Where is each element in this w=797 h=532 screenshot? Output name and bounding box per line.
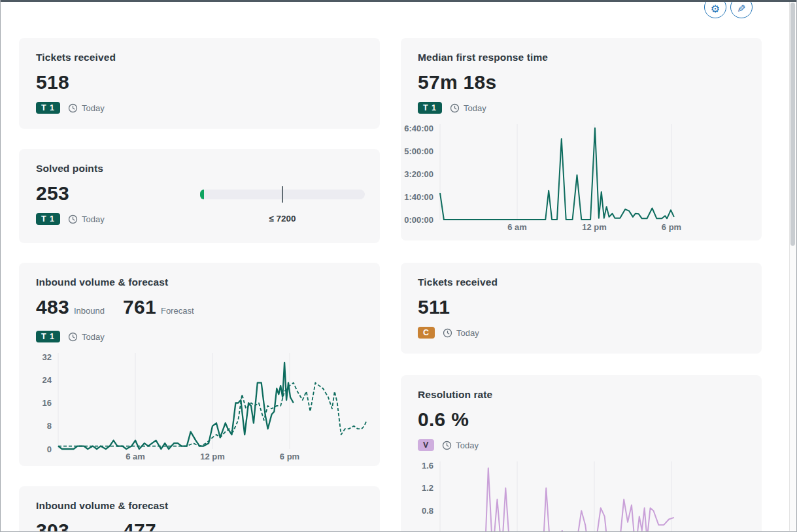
period-label: Today bbox=[464, 103, 486, 113]
dataset-badge-c: C bbox=[418, 327, 435, 339]
period-label: Today bbox=[82, 103, 105, 113]
gear-icon: ⚙ bbox=[711, 4, 720, 18]
dataset-badge-t1: T 1 bbox=[36, 331, 60, 342]
svg-text:0:00:00: 0:00:00 bbox=[404, 215, 433, 225]
period-label: Today bbox=[456, 441, 479, 450]
card-title: Resolution rate bbox=[418, 388, 745, 401]
metric-value-forecast: 477 bbox=[123, 519, 156, 532]
vertical-scrollbar[interactable] bbox=[789, 2, 796, 531]
threshold-gauge: ≤ 7200 bbox=[200, 190, 365, 224]
svg-text:1:40:00: 1:40:00 bbox=[404, 192, 433, 202]
card-title: Inbound volume & forecast bbox=[36, 499, 363, 512]
edit-button[interactable]: ✎ bbox=[730, 0, 753, 18]
svg-text:6 am: 6 am bbox=[507, 222, 527, 232]
card-title: Median first response time bbox=[418, 51, 745, 64]
metric-label-forecast: Forecast bbox=[161, 523, 194, 532]
svg-text:24: 24 bbox=[42, 375, 52, 385]
period-label: Today bbox=[82, 332, 105, 342]
metric-value: 0.6 % bbox=[418, 408, 469, 431]
dataset-badge-t1: T 1 bbox=[36, 102, 60, 114]
resolution-rate-chart: 1.61.20.8 bbox=[402, 459, 753, 532]
card-tickets-received-t1: Tickets received 518 T 1 Today bbox=[19, 38, 380, 129]
dataset-badge-t1: T 1 bbox=[36, 213, 60, 225]
svg-text:0: 0 bbox=[47, 444, 52, 454]
svg-text:6 am: 6 am bbox=[126, 452, 145, 461]
card-solved-points: Solved points 253 T 1 Today ≤ 7200 bbox=[19, 149, 380, 243]
inbound-forecast-chart: 322416806 am12 pm6 pm bbox=[36, 350, 371, 464]
median-response-time-chart: 6:40:005:00:003:20:001:40:000:00:006 am1… bbox=[402, 122, 753, 234]
metric-value-forecast: 761 bbox=[123, 295, 156, 319]
metric-label-inbound: Inbound bbox=[74, 299, 105, 323]
clock-icon bbox=[450, 103, 460, 113]
dataset-badge-t1: T 1 bbox=[418, 102, 442, 114]
svg-text:3:20:00: 3:20:00 bbox=[404, 169, 433, 179]
settings-button[interactable]: ⚙ bbox=[704, 0, 726, 18]
card-title: Inbound volume & forecast bbox=[36, 276, 363, 289]
card-median-first-response-time: Median first response time 57m 18s T 1 T… bbox=[401, 38, 762, 241]
dataset-badge-v: V bbox=[418, 439, 434, 451]
clock-icon bbox=[442, 441, 452, 450]
svg-text:12 pm: 12 pm bbox=[200, 452, 225, 461]
svg-text:1.2: 1.2 bbox=[422, 483, 433, 493]
card-inbound-volume-forecast-2: Inbound volume & forecast 303 Inbound 47… bbox=[19, 486, 380, 532]
metric-label-forecast: Forecast bbox=[161, 299, 194, 323]
metric-value-inbound: 483 bbox=[36, 295, 69, 319]
card-resolution-rate: Resolution rate 0.6 % V Today 1.61.20.8 bbox=[401, 375, 762, 532]
metric-value-inbound: 303 bbox=[36, 519, 69, 532]
window-top-border bbox=[1, 0, 796, 2]
clock-icon bbox=[68, 214, 78, 224]
svg-text:1.6: 1.6 bbox=[422, 461, 433, 471]
gauge-fill bbox=[200, 190, 204, 199]
period-label: Today bbox=[82, 214, 105, 224]
clock-icon bbox=[68, 103, 78, 113]
card-title: Solved points bbox=[36, 162, 363, 175]
gauge-threshold-label: ≤ 7200 bbox=[200, 214, 365, 224]
metric-label-inbound: Inbound bbox=[74, 523, 105, 532]
gauge-track bbox=[200, 190, 365, 199]
left-column: Tickets received 518 T 1 Today Solved po… bbox=[19, 38, 380, 532]
svg-text:32: 32 bbox=[42, 352, 52, 362]
card-tickets-received-c: Tickets received 511 C Today bbox=[401, 263, 762, 354]
svg-text:6 pm: 6 pm bbox=[662, 222, 681, 232]
metric-value: 511 bbox=[418, 295, 450, 319]
svg-text:0.8: 0.8 bbox=[422, 506, 433, 516]
pencil-icon: ✎ bbox=[737, 4, 745, 18]
svg-text:6 pm: 6 pm bbox=[280, 452, 299, 461]
svg-text:16: 16 bbox=[42, 398, 52, 408]
svg-text:6:40:00: 6:40:00 bbox=[404, 124, 433, 133]
card-inbound-volume-forecast: Inbound volume & forecast 483 Inbound 76… bbox=[19, 263, 380, 466]
svg-text:8: 8 bbox=[47, 421, 52, 431]
metric-value: 253 bbox=[36, 182, 69, 205]
scrollbar-thumb[interactable] bbox=[790, 3, 795, 246]
right-column: Median first response time 57m 18s T 1 T… bbox=[401, 38, 762, 532]
dashboard-page: ⚙ ✎ Tickets received 518 T 1 Today Solve… bbox=[0, 0, 797, 532]
clock-icon bbox=[443, 328, 452, 338]
metric-value: 518 bbox=[36, 71, 69, 94]
metric-value: 57m 18s bbox=[418, 71, 497, 94]
period-label: Today bbox=[456, 328, 479, 338]
card-title: Tickets received bbox=[36, 51, 363, 64]
card-title: Tickets received bbox=[418, 276, 745, 289]
svg-text:5:00:00: 5:00:00 bbox=[404, 146, 433, 156]
clock-icon bbox=[68, 332, 78, 342]
gauge-threshold-marker bbox=[282, 186, 283, 203]
svg-text:12 pm: 12 pm bbox=[582, 222, 607, 232]
